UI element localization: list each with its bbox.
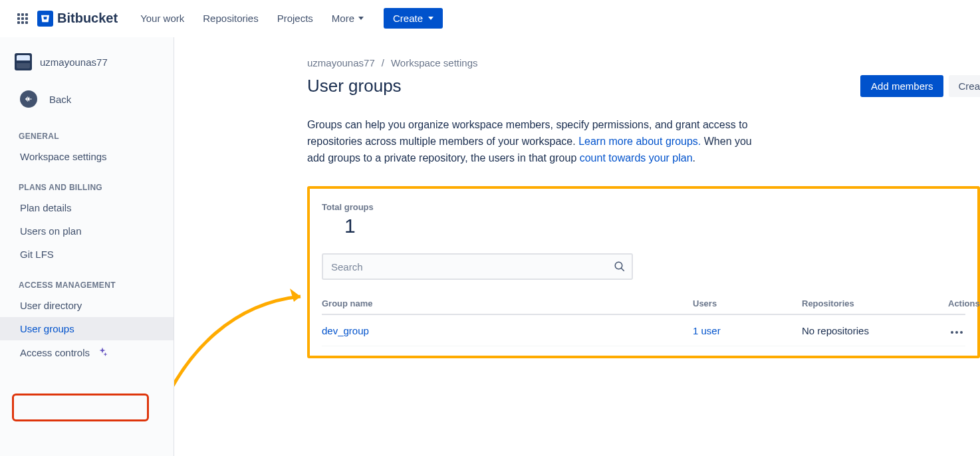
annotation-highlight-sidebar xyxy=(12,394,149,421)
nav-more[interactable]: More xyxy=(324,7,372,29)
back-button[interactable]: Back xyxy=(0,82,174,117)
create-button-label: Create xyxy=(393,13,423,24)
brand-logo[interactable]: Bitbucket xyxy=(37,11,118,27)
sidebar-item-user-groups[interactable]: User groups xyxy=(0,317,174,340)
search-wrap xyxy=(322,253,633,280)
sidebar-item-workspace-settings[interactable]: Workspace settings xyxy=(0,145,174,168)
nav-more-label: More xyxy=(332,13,354,24)
chevron-down-icon xyxy=(358,17,364,20)
add-members-button[interactable]: Add members xyxy=(860,75,943,97)
breadcrumb-workspace[interactable]: uzmayounas77 xyxy=(307,57,375,68)
groups-table: Group name Users Repositories Actions de… xyxy=(322,298,965,346)
page-title: User groups xyxy=(307,76,402,96)
brand-text: Bitbucket xyxy=(57,11,118,26)
arrow-left-icon xyxy=(20,90,37,108)
page-description: Groups can help you organize workspace m… xyxy=(307,117,766,166)
workspace-header[interactable]: uzmayounas77 xyxy=(0,51,174,82)
search-input[interactable] xyxy=(322,253,633,280)
bitbucket-icon xyxy=(37,11,53,27)
sparkle-icon xyxy=(96,346,108,358)
total-groups-label: Total groups xyxy=(322,202,965,212)
nav-repositories[interactable]: Repositories xyxy=(195,7,266,29)
breadcrumb-current[interactable]: Workspace settings xyxy=(391,57,478,68)
page-header: User groups Add members Crea xyxy=(307,75,980,97)
col-users: Users xyxy=(693,298,802,308)
total-groups-count: 1 xyxy=(322,215,965,237)
section-title-general: GENERAL xyxy=(0,117,174,145)
create-group-button[interactable]: Crea xyxy=(949,75,980,97)
annotation-highlight-panel: Total groups 1 Group name Users Reposito… xyxy=(307,186,980,358)
sidebar-item-label: User groups xyxy=(20,323,74,334)
sidebar-item-plan-details[interactable]: Plan details xyxy=(0,196,174,219)
search-icon[interactable] xyxy=(613,260,626,273)
sidebar-item-users-on-plan[interactable]: Users on plan xyxy=(0,219,174,243)
col-group-name: Group name xyxy=(322,298,693,308)
learn-more-link[interactable]: Learn more about groups. xyxy=(578,136,701,147)
nav-projects[interactable]: Projects xyxy=(269,7,321,29)
breadcrumb: uzmayounas77 / Workspace settings xyxy=(307,57,980,68)
sidebar-item-user-directory[interactable]: User directory xyxy=(0,294,174,317)
breadcrumb-separator: / xyxy=(382,57,384,68)
table-row: dev_group 1 user No repositories xyxy=(322,315,965,346)
col-repositories: Repositories xyxy=(802,298,948,308)
workspace-icon xyxy=(15,53,32,70)
back-label: Back xyxy=(49,94,71,105)
topbar: Bitbucket Your work Repositories Project… xyxy=(0,0,980,37)
group-repos: No repositories xyxy=(802,325,948,336)
svg-line-1 xyxy=(621,269,624,272)
group-users-link[interactable]: 1 user xyxy=(693,325,802,336)
group-name-link[interactable]: dev_group xyxy=(322,325,693,336)
workspace-name: uzmayounas77 xyxy=(40,57,108,68)
sidebar-item-access-controls[interactable]: Access controls xyxy=(0,340,174,364)
sidebar-item-label: Access controls xyxy=(20,347,90,358)
section-title-plans: PLANS AND BILLING xyxy=(0,168,174,196)
create-button[interactable]: Create xyxy=(384,8,443,29)
sidebar-item-git-lfs[interactable]: Git LFS xyxy=(0,243,174,266)
header-actions: Add members Crea xyxy=(860,75,980,97)
col-actions: Actions xyxy=(948,298,980,308)
chevron-down-icon xyxy=(428,17,433,20)
svg-point-0 xyxy=(615,263,622,270)
table-header: Group name Users Repositories Actions xyxy=(322,298,965,315)
nav-your-work[interactable]: Your work xyxy=(132,7,192,29)
main-content: uzmayounas77 / Workspace settings User g… xyxy=(174,37,980,456)
annotation-arrow xyxy=(174,217,320,416)
apps-switcher-icon[interactable] xyxy=(15,11,31,27)
section-title-access: ACCESS MANAGEMENT xyxy=(0,266,174,294)
row-actions-menu[interactable] xyxy=(948,328,965,336)
sidebar: uzmayounas77 Back GENERAL Workspace sett… xyxy=(0,37,174,456)
count-towards-plan-link[interactable]: count towards your plan xyxy=(580,152,693,164)
